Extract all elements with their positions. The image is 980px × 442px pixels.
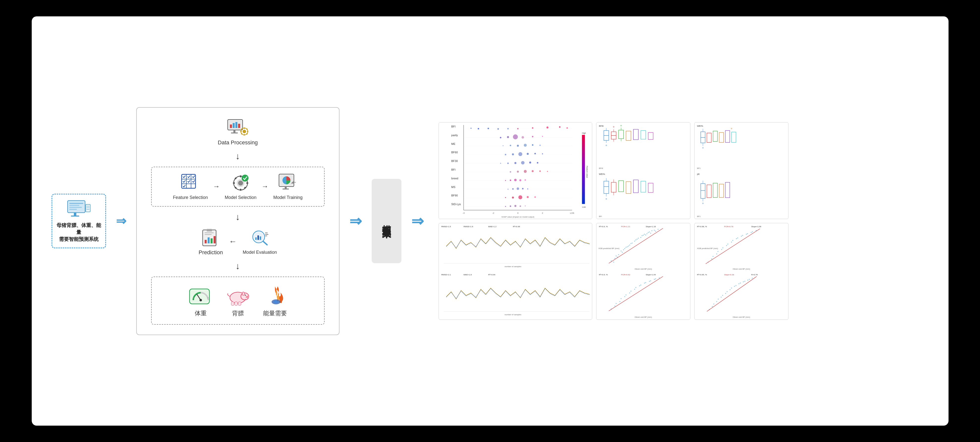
prediction-icon (201, 227, 221, 247)
svg-text:PCR=1.21: PCR=1.21 (621, 225, 630, 228)
svg-point-322 (629, 292, 630, 294)
svg-text:MAE=1.8: MAE=1.8 (463, 274, 472, 276)
svg-point-110 (517, 128, 519, 129)
svg-rect-26 (247, 131, 248, 132)
svg-point-381 (751, 278, 752, 279)
model-training-icon (278, 173, 298, 193)
model-evaluation-icon (250, 228, 270, 248)
svg-text:parity: parity (451, 134, 458, 137)
svg-point-325 (644, 282, 645, 284)
main-container: 母猪背膘、体重、能量 需要智能预测系统 ⇒ (32, 16, 948, 426)
svg-point-172 (505, 197, 506, 198)
svg-rect-240 (695, 171, 788, 218)
svg-point-376 (730, 289, 730, 290)
svg-rect-15 (230, 124, 232, 128)
svg-text:R²=0.98, %: R²=0.98, % (697, 225, 707, 228)
svg-rect-58 (211, 238, 213, 243)
svg-point-144 (529, 161, 531, 163)
svg-rect-185 (582, 135, 585, 204)
svg-point-274 (635, 239, 636, 240)
scatter-charts-1: R²=0.9, % PCR=1.21 Slope=1.18 (596, 223, 690, 320)
svg-rect-9 (86, 206, 89, 207)
scatter-4: R²=0.95, % Slope=0.3b R=0.78 (695, 271, 788, 319)
svg-rect-4 (69, 207, 82, 208)
svg-text:R²=0.9, %: R²=0.9, % (599, 274, 608, 276)
svg-point-177 (525, 205, 525, 206)
svg-point-84 (247, 297, 248, 297)
svg-point-296 (638, 238, 639, 239)
svg-text:Obser-ved BF (mm): Obser-ved BF (mm) (732, 316, 750, 318)
svg-point-164 (522, 188, 523, 190)
svg-rect-55 (207, 229, 212, 231)
svg-rect-189 (597, 123, 690, 170)
svg-text:BFI: BFI (451, 168, 455, 171)
svg-point-311 (620, 298, 622, 299)
svg-point-288 (648, 232, 649, 233)
svg-rect-305 (597, 272, 690, 319)
svg-point-314 (635, 287, 636, 288)
svg-point-131 (510, 145, 511, 146)
backfat-label: 背膘 (232, 309, 244, 317)
svg-point-370 (744, 281, 745, 282)
svg-point-85 (245, 295, 246, 296)
svg-text:BF1: BF1 (697, 215, 700, 217)
svg-rect-11 (86, 209, 89, 210)
svg-point-82 (245, 296, 249, 298)
svg-point-278 (655, 231, 656, 232)
svg-point-290 (613, 262, 614, 263)
svg-point-346 (716, 254, 717, 254)
svg-text:R=0.78: R=0.78 (751, 274, 757, 276)
svg-point-140 (542, 153, 543, 154)
svg-rect-358 (695, 272, 788, 319)
svg-text:BF30: BF30 (451, 160, 458, 163)
svg-point-275 (640, 237, 641, 238)
svg-point-298 (646, 233, 647, 234)
flame-icon (262, 284, 288, 306)
svg-point-374 (721, 297, 722, 298)
model-result-box: 模型预测效果 (372, 179, 401, 263)
svg-point-364 (718, 298, 719, 300)
svg-point-142 (521, 161, 524, 164)
svg-point-114 (566, 127, 568, 129)
svg-text:RMSE=1.5: RMSE=1.5 (441, 225, 451, 228)
output-box: 体重 (151, 276, 325, 325)
svg-text:R²=0.9, %: R²=0.9, % (599, 225, 608, 228)
svg-point-83 (246, 297, 247, 297)
svg-point-293 (627, 246, 628, 247)
svg-point-163 (512, 188, 514, 190)
svg-text:Slope=1.04: Slope=1.04 (646, 274, 655, 276)
svg-text:XGB predicted BF (mm): XGB predicted BF (mm) (697, 247, 718, 249)
svg-point-277 (650, 233, 651, 234)
svg-text:Feature value: Feature value (586, 166, 588, 178)
svg-text:BFI: BFI (451, 125, 455, 128)
svg-point-285 (636, 239, 638, 239)
svg-point-368 (735, 285, 737, 286)
svg-rect-72 (190, 290, 208, 303)
svg-rect-65 (258, 235, 259, 240)
arrow-fs-ms: → (213, 183, 220, 190)
svg-line-67 (263, 241, 267, 245)
svg-point-124 (532, 136, 533, 137)
svg-text:2: 2 (542, 212, 543, 214)
svg-point-95 (274, 300, 278, 303)
svg-text:Slope=0.3b: Slope=0.3b (724, 274, 734, 276)
computer-label: 母猪背膘、体重、能量 需要智能预测系统 (56, 222, 101, 243)
svg-rect-93 (239, 302, 241, 305)
svg-point-115 (507, 128, 509, 129)
svg-rect-57 (208, 238, 210, 243)
svg-point-342 (742, 235, 743, 236)
svg-text:RMSE=1.6: RMSE=1.6 (463, 225, 473, 228)
data-processing-label: Data Processing (218, 139, 258, 146)
svg-rect-56 (205, 240, 207, 243)
svg-point-129 (517, 145, 519, 147)
svg-rect-39 (240, 176, 241, 177)
svg-point-74 (199, 299, 202, 302)
backfat-node: 背膘 (226, 284, 250, 317)
model-evaluation-label: Model Evaluation (243, 250, 277, 255)
model-selection-label: Model Selection (225, 195, 256, 200)
arrow-down-2: ↓ (235, 212, 240, 222)
svg-text:Slope=1.06: Slope=1.06 (751, 225, 761, 228)
eval-prediction-row: Prediction ← (199, 227, 277, 256)
svg-point-281 (622, 252, 623, 253)
svg-point-135 (518, 152, 522, 156)
